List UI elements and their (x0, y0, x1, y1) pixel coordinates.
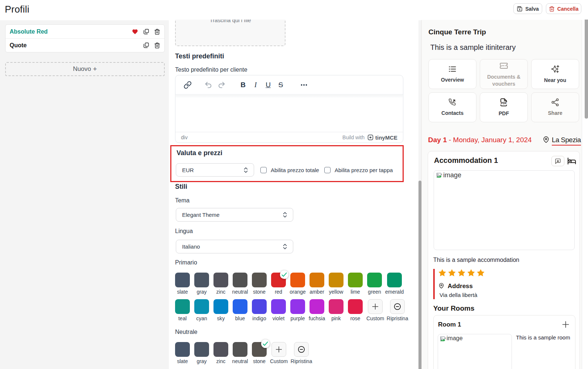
svg-text:PDF: PDF (501, 102, 507, 105)
